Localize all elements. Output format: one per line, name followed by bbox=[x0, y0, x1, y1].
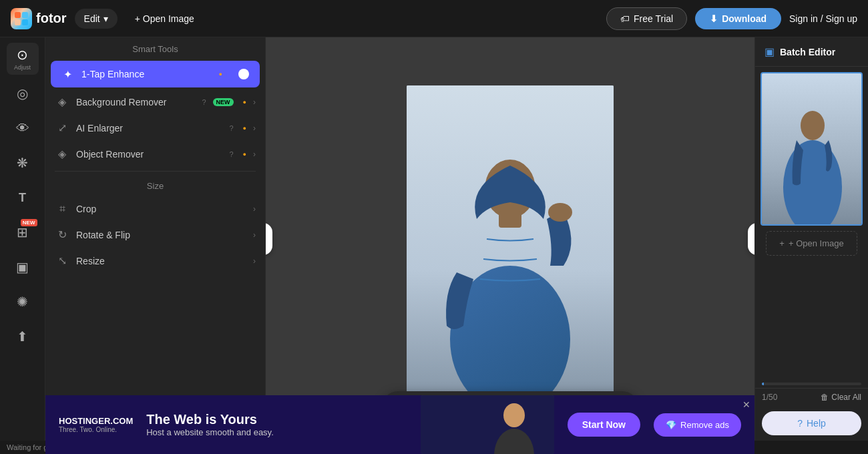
sticker-icon: ❋ bbox=[17, 155, 28, 171]
tool-bg-remover-label: Background Remover bbox=[76, 97, 195, 107]
obj-help-icon[interactable]: ? bbox=[229, 150, 233, 158]
clear-all-label: Clear All bbox=[831, 393, 861, 402]
sidebar-item-text[interactable]: T bbox=[7, 182, 39, 214]
thumbnail-grid: + + Open Image bbox=[755, 67, 868, 377]
sidebar-item-ai[interactable]: ✺ bbox=[7, 286, 39, 318]
icon-bar: ⊙ Adjust ◎ 👁 ❋ T NEW ⊞ ▣ ✺ ⬆ bbox=[0, 37, 45, 441]
free-trial-label: Free Trial bbox=[634, 13, 673, 24]
sidebar-item-upload[interactable]: ⬆ bbox=[7, 320, 39, 353]
signin-link[interactable]: Sign in / Sign up bbox=[789, 13, 857, 24]
left-panel: Smart Tools ✦ 1-Tap Enhance ● ◈ Backgrou… bbox=[45, 37, 266, 441]
tool-rotate-label: Rotate & Flip bbox=[76, 230, 246, 240]
ad-content: The Web is Yours Host a website smooth a… bbox=[146, 412, 407, 437]
tool-enlarger-label: AI Enlarger bbox=[76, 123, 222, 134]
edit-button[interactable]: Edit ▾ bbox=[75, 9, 118, 29]
ad-banner: HOSTINGER.COM Three. Two. Online. The We… bbox=[45, 395, 754, 454]
obj-remover-icon: ◈ bbox=[55, 148, 69, 160]
enhance-icon: ✦ bbox=[60, 68, 75, 81]
eye-icon: 👁 bbox=[16, 121, 29, 136]
ad-logo-main: HOSTINGER.COM bbox=[59, 416, 133, 426]
sidebar-item-beauty[interactable]: ◎ bbox=[7, 77, 39, 109]
tool-1tap-enhance[interactable]: ✦ 1-Tap Enhance ● bbox=[51, 61, 260, 87]
canvas-image-container bbox=[407, 85, 614, 393]
diamond-icon-2: 💎 bbox=[666, 420, 676, 430]
right-panel: ▣ Batch Editor bbox=[754, 37, 868, 441]
tool-resize-label: Resize bbox=[76, 256, 246, 266]
resize-icon: ⤡ bbox=[55, 254, 69, 267]
tool-crop[interactable]: ⌗ Crop › bbox=[45, 196, 265, 222]
tool-object-remover[interactable]: ◈ Object Remover ? ● › bbox=[45, 141, 265, 167]
ad-body: Host a website smooth and easy. bbox=[146, 427, 407, 437]
thumbnail-item[interactable] bbox=[761, 72, 863, 226]
rotate-arrow-icon: › bbox=[253, 230, 256, 240]
batch-editor-label: Batch Editor bbox=[780, 47, 835, 57]
bg-help-icon[interactable]: ? bbox=[202, 98, 206, 106]
sidebar-item-eye[interactable]: 👁 bbox=[7, 112, 39, 144]
enhance-toggle[interactable]: ● bbox=[219, 67, 250, 81]
fotor-logo-icon bbox=[11, 8, 32, 29]
tool-background-remover[interactable]: ◈ Background Remover ? NEW ● › bbox=[45, 89, 265, 115]
obj-dot: ● bbox=[243, 151, 246, 158]
tool-rotate-flip[interactable]: ↻ Rotate & Flip › bbox=[45, 222, 265, 248]
open-image-panel[interactable]: + + Open Image bbox=[766, 231, 857, 256]
sidebar-item-sticker[interactable]: ❋ bbox=[7, 147, 39, 179]
bg-remover-icon: ◈ bbox=[55, 95, 69, 108]
open-image-button[interactable]: + Open Image bbox=[126, 9, 204, 29]
help-button[interactable]: ? Help bbox=[762, 411, 861, 435]
adjust-label: Adjust bbox=[14, 64, 31, 71]
clear-all-button[interactable]: 🗑 Clear All bbox=[821, 393, 861, 402]
plus-icon: + bbox=[779, 238, 785, 248]
svg-rect-0 bbox=[15, 12, 21, 18]
panel-collapse-button[interactable]: ‹ bbox=[266, 223, 272, 255]
sidebar-item-elements[interactable]: NEW ⊞ bbox=[7, 216, 39, 248]
elements-icon: ⊞ bbox=[17, 224, 28, 240]
sidebar-item-adjust[interactable]: ⊙ Adjust bbox=[7, 43, 39, 75]
svg-point-10 bbox=[801, 111, 825, 140]
top-navigation: fotor Edit ▾ + Open Image 🏷 Free Trial ⬇… bbox=[0, 0, 868, 37]
free-trial-button[interactable]: 🏷 Free Trial bbox=[606, 7, 687, 30]
open-image-label: + Open Image bbox=[135, 13, 194, 24]
ad-close-button[interactable]: ✕ bbox=[742, 399, 750, 410]
remove-ads-button[interactable]: 💎 Remove ads bbox=[654, 413, 741, 437]
thumbnail-image bbox=[762, 73, 861, 224]
panel-expand-button[interactable]: › bbox=[748, 223, 754, 255]
sidebar-item-frames[interactable]: ▣ bbox=[7, 251, 39, 283]
tool-obj-remover-label: Object Remover bbox=[76, 149, 222, 160]
bg-dot: ● bbox=[243, 99, 246, 105]
svg-rect-7 bbox=[499, 211, 521, 228]
obj-arrow-icon: › bbox=[253, 150, 256, 159]
adjust-icon: ⊙ bbox=[17, 47, 28, 63]
resize-arrow-icon: › bbox=[253, 256, 256, 266]
ad-logo: HOSTINGER.COM Three. Two. Online. bbox=[59, 416, 133, 433]
batch-count: 1/50 bbox=[762, 393, 777, 402]
help-circle-icon: ? bbox=[797, 418, 803, 429]
tool-ai-enlarger[interactable]: ⤢ AI Enlarger ? ● › bbox=[45, 115, 265, 141]
download-label: Download bbox=[722, 13, 767, 24]
new-badge: NEW bbox=[21, 219, 37, 226]
ad-person-image bbox=[421, 395, 554, 454]
frames-icon: ▣ bbox=[16, 259, 29, 275]
ad-cta-button[interactable]: Start Now bbox=[568, 413, 640, 437]
logo-area: fotor bbox=[11, 8, 67, 29]
enhance-dot: ● bbox=[219, 71, 222, 77]
section-divider bbox=[55, 171, 256, 172]
enlarger-help-icon[interactable]: ? bbox=[229, 124, 233, 132]
batch-editor-header[interactable]: ▣ Batch Editor bbox=[755, 37, 868, 67]
svg-point-13 bbox=[503, 403, 525, 427]
trash-icon: 🗑 bbox=[821, 393, 829, 402]
edit-chevron-icon: ▾ bbox=[103, 13, 108, 24]
upload-icon: ⬆ bbox=[17, 328, 28, 345]
download-button[interactable]: ⬇ Download bbox=[695, 8, 781, 29]
canvas-svg bbox=[407, 85, 614, 393]
bg-new-badge: NEW bbox=[213, 98, 234, 106]
toggle-switch[interactable] bbox=[226, 67, 250, 81]
size-section-title: Size bbox=[45, 176, 265, 196]
text-icon: T bbox=[19, 191, 26, 205]
batch-editor-icon: ▣ bbox=[765, 45, 775, 58]
tool-resize[interactable]: ⤡ Resize › bbox=[45, 248, 265, 274]
tool-crop-label: Crop bbox=[76, 204, 246, 214]
ad-cta-label: Start Now bbox=[582, 419, 626, 430]
canvas-area: ‹ bbox=[266, 37, 754, 441]
svg-rect-3 bbox=[22, 19, 28, 25]
help-label: Help bbox=[807, 418, 826, 429]
